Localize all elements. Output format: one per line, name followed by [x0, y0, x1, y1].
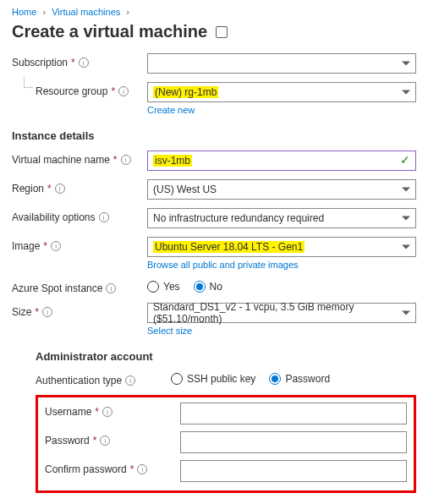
radio-icon: [147, 281, 159, 293]
section-admin-account: Administrator account: [36, 350, 416, 363]
size-select[interactable]: Standard_DS1_v2 - 1 vcpu, 3.5 GiB memory…: [147, 303, 416, 323]
info-icon[interactable]: i: [125, 375, 135, 386]
username-input[interactable]: [180, 403, 407, 425]
radio-icon: [269, 373, 281, 385]
label-confirm-password: Confirm password: [45, 463, 127, 475]
required-icon: *: [35, 306, 39, 318]
info-icon[interactable]: i: [102, 407, 112, 417]
label-image: Image: [12, 240, 40, 252]
info-icon[interactable]: i: [42, 307, 52, 317]
radio-icon: [171, 373, 183, 385]
chevron-down-icon: [402, 216, 410, 221]
label-password: Password: [45, 435, 90, 446]
required-icon: *: [71, 57, 75, 68]
auth-password-radio[interactable]: Password: [269, 373, 330, 385]
vm-name-input[interactable]: isv-1mb ✓: [147, 151, 416, 171]
info-icon[interactable]: i: [121, 155, 131, 165]
label-vm-name: Virtual machine name: [12, 154, 110, 166]
breadcrumb-vms[interactable]: Virtual machines: [52, 7, 120, 17]
chevron-right-icon: ›: [42, 7, 46, 17]
label-resource-group: Resource group: [36, 85, 107, 97]
required-icon: *: [95, 406, 99, 418]
password-input[interactable]: [180, 431, 407, 453]
region-select[interactable]: (US) West US: [147, 179, 416, 200]
browse-images-link[interactable]: Browse all public and private images: [147, 260, 299, 270]
chevron-right-icon: ›: [126, 7, 129, 17]
breadcrumb-home[interactable]: Home: [12, 7, 36, 17]
label-region: Region: [12, 183, 44, 194]
subscription-select[interactable]: [147, 53, 416, 74]
info-icon[interactable]: i: [106, 283, 116, 293]
image-select[interactable]: Ubuntu Server 18.04 LTS - Gen1: [147, 237, 416, 257]
info-icon[interactable]: i: [100, 436, 110, 446]
page-title: Create a virtual machine: [12, 22, 416, 41]
label-spot: Azure Spot instance: [12, 282, 102, 294]
confirm-password-input[interactable]: [180, 460, 407, 482]
chevron-down-icon: [402, 245, 410, 249]
info-icon[interactable]: i: [55, 184, 65, 194]
credentials-highlight-box: Username * i Password * i Confirm passwo…: [36, 395, 416, 493]
chevron-down-icon: [402, 90, 410, 95]
info-icon[interactable]: i: [99, 212, 109, 222]
required-icon: *: [113, 154, 118, 166]
label-username: Username: [45, 406, 91, 418]
radio-icon: [194, 281, 206, 293]
required-icon: *: [43, 240, 47, 252]
label-availability: Availability options: [12, 211, 96, 223]
label-subscription: Subscription: [12, 57, 68, 68]
spot-yes-radio[interactable]: Yes: [147, 281, 180, 293]
info-icon[interactable]: i: [137, 464, 147, 474]
checkmark-icon: ✓: [400, 153, 410, 167]
select-size-link[interactable]: Select size: [147, 326, 192, 336]
availability-select[interactable]: No infrastructure redundancy required: [147, 208, 416, 228]
info-icon[interactable]: i: [118, 86, 129, 96]
pin-icon[interactable]: [216, 26, 228, 38]
breadcrumb: Home › Virtual machines ›: [12, 7, 416, 17]
required-icon: *: [130, 463, 134, 475]
chevron-down-icon: [402, 188, 410, 192]
auth-ssh-radio[interactable]: SSH public key: [171, 373, 255, 385]
required-icon: *: [93, 435, 97, 446]
info-icon[interactable]: i: [79, 58, 89, 68]
spot-no-radio[interactable]: No: [194, 281, 222, 293]
section-instance-details: Instance details: [12, 129, 416, 142]
create-new-link[interactable]: Create new: [147, 105, 195, 115]
info-icon[interactable]: i: [51, 241, 61, 251]
required-icon: *: [47, 183, 52, 194]
chevron-down-icon: [402, 62, 410, 66]
chevron-down-icon: [402, 311, 410, 315]
resource-group-select[interactable]: (New) rg-1mb: [147, 82, 416, 102]
label-auth-type: Authentication type: [36, 375, 122, 386]
label-size: Size: [12, 306, 31, 318]
required-icon: *: [111, 85, 115, 97]
